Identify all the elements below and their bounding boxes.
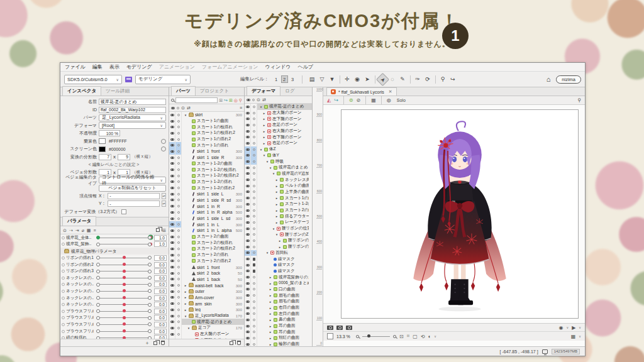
- visibility-cell[interactable]: [245, 231, 251, 238]
- tree-row[interactable]: ▸レースケープの曲面: [245, 219, 312, 226]
- expander-icon[interactable]: ▸: [184, 308, 187, 312]
- parameter-value[interactable]: 0.0: [154, 322, 167, 327]
- parameter-slider[interactable]: [97, 278, 150, 278]
- clear-filter-icon[interactable]: ⊠: [219, 98, 223, 102]
- link-filter-icon[interactable]: ↪: [224, 98, 228, 102]
- slider-knob[interactable]: [123, 283, 126, 286]
- tree-row[interactable]: ▾腰リボンの位置: [245, 226, 312, 232]
- visibility-cell[interactable]: [169, 221, 175, 228]
- slider-knob[interactable]: [123, 289, 126, 292]
- visibility-cell[interactable]: [245, 238, 251, 244]
- tree-row[interactable]: ▸頬紅の曲面: [245, 335, 312, 341]
- duplicate-part-icon[interactable]: [230, 341, 233, 345]
- lock-cell[interactable]: [251, 317, 257, 323]
- deformer-filter-icon[interactable]: ◎: [234, 98, 238, 102]
- zoom-slider[interactable]: [362, 336, 390, 337]
- visibility-cell[interactable]: [245, 299, 251, 305]
- visibility-cell[interactable]: [245, 310, 251, 317]
- lock-cell[interactable]: [175, 252, 182, 258]
- parameter-row[interactable]: ネックレスの..0.0: [60, 288, 169, 295]
- expander-icon[interactable]: ▸: [184, 295, 187, 299]
- lock-cell[interactable]: [175, 313, 182, 319]
- tab-tool-detail[interactable]: ツール詳細: [101, 87, 134, 96]
- visibility-cell[interactable]: [169, 239, 175, 246]
- parameter-value[interactable]: 0.0: [154, 295, 167, 301]
- visibility-cell[interactable]: [169, 295, 175, 301]
- model-viewport[interactable]: [323, 105, 585, 323]
- visibility-cell[interactable]: [169, 325, 175, 331]
- record-icon[interactable]: ◉: [559, 325, 564, 331]
- tree-row[interactable]: ▸眉毛の曲面: [245, 299, 312, 305]
- multi-select-icon[interactable]: ➤: [363, 75, 372, 84]
- zoom-in-icon[interactable]: [393, 335, 396, 338]
- eye-icon[interactable]: [171, 107, 175, 109]
- expander-icon[interactable]: ▸: [184, 283, 187, 287]
- tree-row[interactable]: ▸腰リボンの曲面2: [245, 244, 312, 250]
- expand-toggle-icon[interactable]: ⇄: [262, 97, 266, 102]
- play-icon[interactable]: ▶: [572, 325, 575, 331]
- menu-item[interactable]: フォームアニメーション: [202, 63, 258, 70]
- divisions-x-input[interactable]: 7: [99, 154, 111, 160]
- tree-row[interactable]: skirt_1_side_L_sd300: [169, 216, 244, 222]
- lock-cell[interactable]: [175, 130, 182, 136]
- menu-item[interactable]: モデリング: [126, 63, 152, 70]
- auto-glue-icon[interactable]: ▽: [318, 75, 327, 84]
- parameter-slider[interactable]: [97, 304, 150, 305]
- visibility-cell[interactable]: [245, 128, 251, 134]
- stepper-control[interactable]: ▴▾: [162, 193, 166, 199]
- lock-cell[interactable]: [175, 173, 182, 179]
- expander-icon[interactable]: ▸: [269, 318, 272, 322]
- visibility-cell[interactable]: [245, 116, 251, 122]
- visibility-cell[interactable]: [245, 165, 251, 171]
- visibility-cell[interactable]: [245, 262, 251, 268]
- tree-row[interactable]: ▸口の曲面: [245, 287, 312, 293]
- slider-knob[interactable]: [123, 309, 126, 312]
- visibility-cell[interactable]: [169, 173, 175, 179]
- visibility-cell[interactable]: [169, 167, 175, 173]
- parameter-slider[interactable]: [97, 337, 150, 338]
- tree-row[interactable]: ▸揺るアウターの曲面: [245, 213, 312, 219]
- onion-skin-icon[interactable]: ◍: [387, 97, 391, 103]
- zoom-out-icon[interactable]: [356, 335, 359, 338]
- visibility-cell[interactable]: [169, 264, 175, 270]
- lock-cell[interactable]: [251, 207, 257, 214]
- arrow-tool-icon[interactable]: ➤: [375, 72, 389, 85]
- lock-cell[interactable]: [175, 167, 182, 173]
- tree-row[interactable]: 線マスク: [245, 268, 312, 275]
- default-visible-icon[interactable]: ⊙: [181, 106, 185, 110]
- parameter-row[interactable]: ネックレスの..0.0: [60, 282, 169, 288]
- visibility-cell[interactable]: [169, 277, 175, 283]
- parameter-row[interactable]: 彼岸花_髪飾..1.0: [60, 241, 169, 248]
- visibility-cell[interactable]: [245, 305, 251, 311]
- tree-row[interactable]: ▾首回転: [245, 250, 312, 256]
- visibility-cell[interactable]: [169, 209, 175, 216]
- screen-color-swatch[interactable]: [99, 146, 106, 152]
- sdk-version-select[interactable]: SDK5.0/Cubism5.0∨: [64, 75, 122, 84]
- screenshot-add-icon[interactable]: [346, 326, 352, 330]
- expander-icon[interactable]: ▾: [184, 113, 187, 117]
- lock-cell[interactable]: [175, 136, 182, 143]
- visibility-cell[interactable]: [169, 203, 175, 209]
- tree-row[interactable]: ▾体Z: [245, 146, 312, 153]
- lock-cell[interactable]: [175, 148, 182, 155]
- solo-label[interactable]: Solo: [397, 98, 406, 102]
- tree-row[interactable]: スカート1-2の揺れ: [169, 179, 244, 185]
- slider-knob[interactable]: [149, 243, 152, 246]
- tree-row[interactable]: skirt_1_in_R_alpha500: [169, 209, 244, 216]
- chevron-down-icon[interactable]: ∨: [579, 326, 581, 329]
- lock-cell[interactable]: [175, 228, 182, 234]
- lock-cell[interactable]: [175, 191, 182, 197]
- expander-icon[interactable]: ▸: [269, 282, 272, 285]
- visibility-cell[interactable]: [169, 252, 175, 258]
- parameter-value[interactable]: 0.0: [154, 268, 167, 274]
- lock-cell[interactable]: [251, 299, 257, 305]
- slider-knob[interactable]: [123, 303, 126, 306]
- tree-row[interactable]: skirt_1_in_R300: [169, 203, 244, 209]
- parameter-row[interactable]: 彼岸花_全体..1.0: [60, 234, 169, 241]
- opacity-input[interactable]: 100 %: [99, 130, 120, 136]
- tree-row[interactable]: スカート1-2の揺れ2: [169, 185, 244, 191]
- lock-cell[interactable]: [175, 282, 182, 288]
- lock-cell[interactable]: [175, 300, 182, 307]
- visibility-cell[interactable]: [245, 189, 251, 195]
- tree-row[interactable]: ▾腰リボンのZ: [245, 231, 312, 238]
